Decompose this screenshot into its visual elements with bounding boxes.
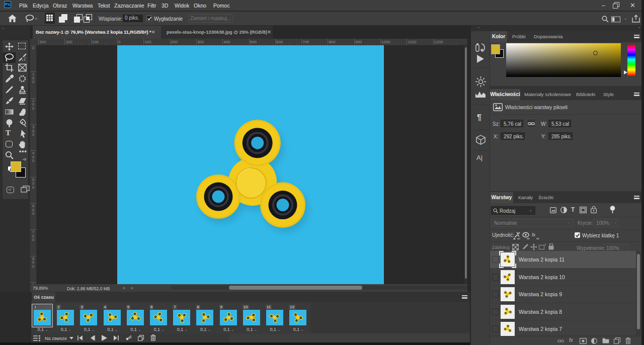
svg-text:oo: oo <box>517 237 520 239</box>
svg-text:fx: fx <box>532 232 536 237</box>
svg-text:oo: oo <box>527 237 530 239</box>
svg-text:oo: oo <box>536 237 539 239</box>
